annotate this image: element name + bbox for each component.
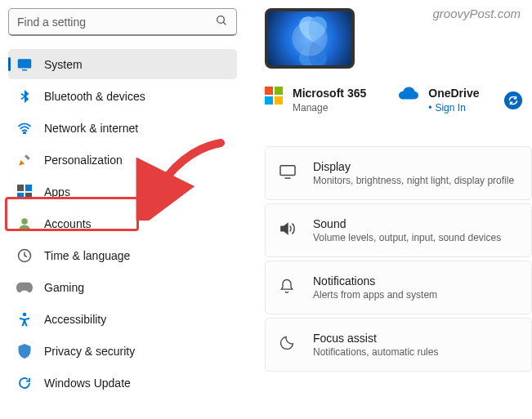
desktop-preview-thumbnail[interactable] [265,8,355,69]
notifications-icon [279,278,297,297]
gaming-icon [16,279,33,296]
annotation-arrow [131,139,229,221]
time-language-icon [16,247,33,264]
sidebar-item-accessibility[interactable]: Accessibility [8,304,237,334]
microsoft-logo-icon [265,87,283,105]
onedrive-icon [399,87,418,103]
sidebar-item-label: Network & internet [44,122,138,135]
sidebar-item-label: Accessibility [44,313,106,326]
microsoft-365-title: Microsoft 365 [293,87,366,100]
card-display[interactable]: Display Monitors, brightness, night ligh… [265,146,532,200]
display-icon [279,164,297,182]
personalization-icon [16,152,33,168]
main-content: Microsoft 365 Manage OneDrive •Sign In [245,0,532,419]
card-subtitle: Monitors, brightness, night light, displ… [313,175,514,186]
svg-rect-6 [25,185,32,191]
sidebar-item-label: Bluetooth & devices [44,90,145,103]
svg-rect-3 [22,69,27,71]
sidebar-item-label: Privacy & security [44,345,135,358]
svg-point-11 [23,312,27,316]
card-title: Notifications [313,274,437,288]
search-input[interactable] [17,16,215,29]
sidebar-item-gaming[interactable]: Gaming [8,272,237,302]
svg-rect-5 [17,185,24,191]
sidebar-item-label: Personalization [44,154,123,167]
card-title: Display [313,160,514,173]
windows-update-icon [16,375,33,391]
sound-icon [279,221,297,239]
onedrive-account[interactable]: OneDrive •Sign In [399,87,479,114]
search-box[interactable] [8,8,237,36]
onedrive-subtitle[interactable]: •Sign In [428,102,479,114]
network-icon [16,120,33,136]
svg-line-1 [223,22,226,25]
microsoft-365-account[interactable]: Microsoft 365 Manage [265,87,366,114]
card-sound[interactable]: Sound Volume levels, output, input, soun… [265,203,532,257]
card-title: Sound [313,217,501,230]
card-subtitle: Alerts from apps and system [313,289,437,301]
settings-cards: Display Monitors, brightness, night ligh… [265,146,532,372]
sidebar-item-windows-update[interactable]: Windows Update [8,368,237,398]
sync-button[interactable] [504,91,522,109]
card-title: Focus assist [313,332,438,345]
sidebar-item-bluetooth[interactable]: Bluetooth & devices [8,81,237,111]
card-notifications[interactable]: Notifications Alerts from apps and syste… [265,261,532,314]
focus-assist-icon [279,335,297,354]
svg-point-0 [217,16,225,23]
card-subtitle: Volume levels, output, input, sound devi… [313,232,501,243]
microsoft-365-subtitle: Manage [293,102,366,114]
bluetooth-icon [16,88,33,105]
card-focus-assist[interactable]: Focus assist Notifications, automatic ru… [265,318,532,372]
sidebar-item-label: Gaming [44,281,84,294]
accessibility-icon [16,311,33,328]
sidebar-item-label: Windows Update [44,377,131,390]
watermark-text: groovyPost.com [432,7,521,20]
svg-rect-12 [280,166,295,176]
card-subtitle: Notifications, automatic rules [313,346,438,358]
sidebar-item-privacy-security[interactable]: Privacy & security [8,336,237,366]
privacy-security-icon [16,343,33,359]
sidebar-item-time-language[interactable]: Time & language [8,240,237,270]
system-icon [16,56,33,73]
svg-rect-2 [18,59,32,68]
search-icon [215,14,228,30]
sidebar-item-system[interactable]: System [8,49,237,79]
sidebar-item-label: System [44,58,83,71]
onedrive-title: OneDrive [428,87,479,100]
annotation-highlight-box [5,197,139,231]
svg-point-4 [24,131,25,133]
sidebar-item-label: Time & language [44,249,130,262]
account-row: Microsoft 365 Manage OneDrive •Sign In [265,87,532,114]
